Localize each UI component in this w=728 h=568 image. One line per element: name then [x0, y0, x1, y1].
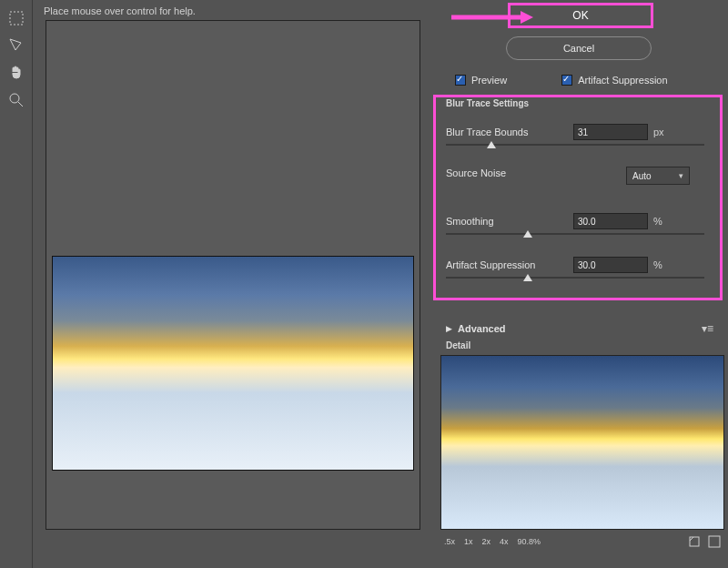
main-preview-image[interactable]	[52, 256, 414, 471]
preview-label: Preview	[471, 75, 507, 86]
detail-section-title: Detail	[446, 340, 470, 350]
preview-checkbox-row[interactable]: Preview	[455, 75, 507, 86]
svg-rect-6	[709, 536, 720, 547]
zoom-half[interactable]: .5x	[444, 537, 455, 546]
hand-tool-icon[interactable]	[4, 60, 29, 86]
preview-checkbox[interactable]	[455, 75, 466, 86]
svg-line-2	[18, 102, 23, 106]
chevron-right-icon: ▶	[446, 324, 452, 333]
undock-icon[interactable]	[688, 535, 701, 548]
smoothing-input[interactable]	[573, 213, 648, 229]
artifact-slider[interactable]	[446, 277, 704, 279]
svg-rect-5	[690, 537, 699, 546]
zoom-controls: .5x 1x 2x 4x 90.8%	[444, 535, 721, 548]
artifact-label: Artifact Suppression	[578, 75, 667, 86]
zoom-2x[interactable]: 2x	[482, 537, 491, 546]
bounds-label: Blur Trace Bounds	[446, 127, 573, 137]
artifact-slider-label: Artifact Suppression	[446, 259, 573, 270]
artifact-input[interactable]	[573, 257, 648, 273]
artifact-unit: %	[648, 259, 670, 270]
source-noise-dropdown[interactable]: Auto	[626, 167, 690, 185]
zoom-tool-icon[interactable]	[4, 87, 29, 113]
advanced-section-toggle[interactable]: ▶ Advanced ▾≡	[446, 322, 713, 335]
cancel-button[interactable]: Cancel	[506, 36, 652, 60]
svg-rect-0	[10, 12, 23, 25]
ok-button[interactable]: OK	[572, 9, 588, 22]
zoom-1x[interactable]: 1x	[464, 537, 473, 546]
artifact-checkbox[interactable]	[561, 75, 572, 86]
bounds-unit: px	[648, 127, 670, 137]
marquee-tool-icon[interactable]	[4, 5, 29, 31]
detail-preview-image[interactable]	[440, 355, 724, 530]
artifact-checkbox-row[interactable]: Artifact Suppression	[561, 75, 667, 86]
ok-button-highlight: OK	[508, 3, 653, 28]
zoom-4x[interactable]: 4x	[500, 537, 509, 546]
smoothing-unit: %	[648, 216, 670, 227]
bounds-input[interactable]	[573, 124, 648, 140]
smoothing-label: Smoothing	[446, 216, 573, 227]
panel-menu-icon[interactable]: ▾≡	[702, 322, 713, 335]
reset-view-icon[interactable]	[708, 535, 721, 548]
help-text: Place mouse over control for help.	[33, 0, 428, 22]
advanced-label: Advanced	[458, 323, 506, 334]
source-noise-label: Source Noise	[446, 167, 573, 178]
bounds-slider[interactable]	[446, 144, 704, 146]
svg-point-1	[10, 94, 19, 103]
smoothing-slider[interactable]	[446, 233, 704, 235]
preview-area: Place mouse over control for help.	[33, 0, 428, 568]
zoom-percent: 90.8%	[518, 537, 541, 546]
canvas-container[interactable]	[46, 20, 420, 530]
lasso-tool-icon[interactable]	[4, 33, 29, 58]
